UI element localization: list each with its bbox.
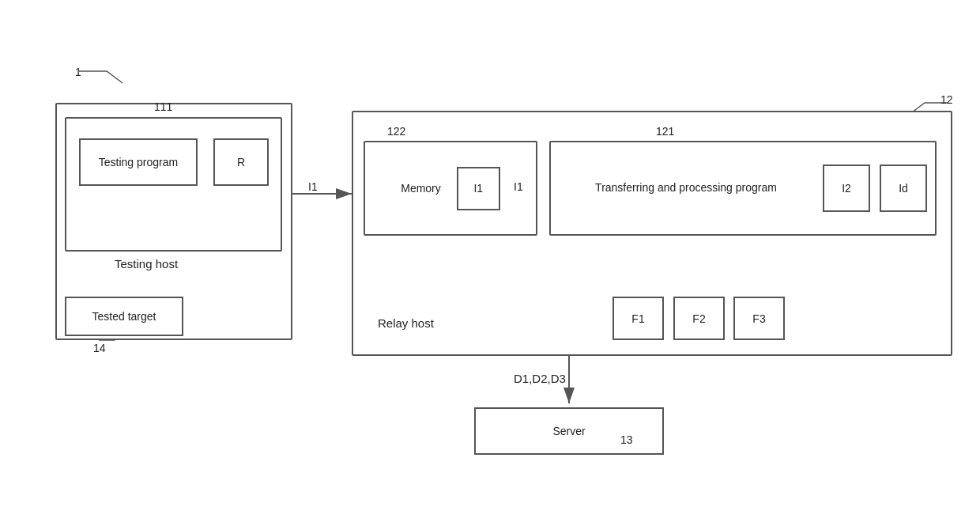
- f1-box: F1: [612, 297, 664, 340]
- memory-box: Memory I1: [364, 141, 537, 236]
- label-12: 12: [940, 93, 953, 106]
- f3-box: F3: [733, 297, 785, 340]
- label-1: 1: [75, 66, 81, 78]
- diagram-container: 1 12 111 Testing program R Testing host …: [0, 0, 980, 522]
- relay-host-text: Relay host: [378, 316, 434, 330]
- id-label: Id: [899, 182, 908, 195]
- label-121: 121: [656, 125, 674, 138]
- f2-label: F2: [692, 312, 705, 325]
- i1-memory-label: I1: [473, 182, 483, 195]
- id-box: Id: [880, 165, 927, 212]
- i1-arrow-label: I1: [308, 180, 318, 193]
- i2-box: I2: [823, 165, 870, 212]
- transferring-label: Transferring and processing program: [559, 180, 813, 196]
- d1d2d3-label: D1,D2,D3: [514, 372, 566, 385]
- server-box: Server: [474, 407, 664, 455]
- i2-label: I2: [842, 182, 851, 195]
- transferring-box: Transferring and processing program I2 I…: [549, 141, 937, 236]
- tested-target-box: Tested target: [65, 297, 183, 336]
- label-14: 14: [93, 342, 106, 354]
- label-13: 13: [620, 433, 633, 446]
- f3-label: F3: [752, 312, 765, 325]
- i1-arrow-label2: I1: [514, 180, 523, 193]
- testing-program-label: Testing program: [99, 156, 178, 168]
- testing-program-box: Testing program: [79, 138, 198, 186]
- r-box: R: [213, 138, 269, 186]
- label-111: 111: [154, 100, 172, 113]
- i1-memory-box: I1: [457, 167, 500, 210]
- r-label: R: [237, 156, 245, 168]
- f1-label: F1: [631, 312, 644, 325]
- f2-box: F2: [673, 297, 725, 340]
- testing-host-text: Testing host: [115, 257, 178, 270]
- server-label: Server: [552, 425, 585, 437]
- memory-label: Memory: [401, 182, 441, 195]
- tested-target-label: Tested target: [92, 310, 156, 323]
- label-122: 122: [387, 125, 405, 138]
